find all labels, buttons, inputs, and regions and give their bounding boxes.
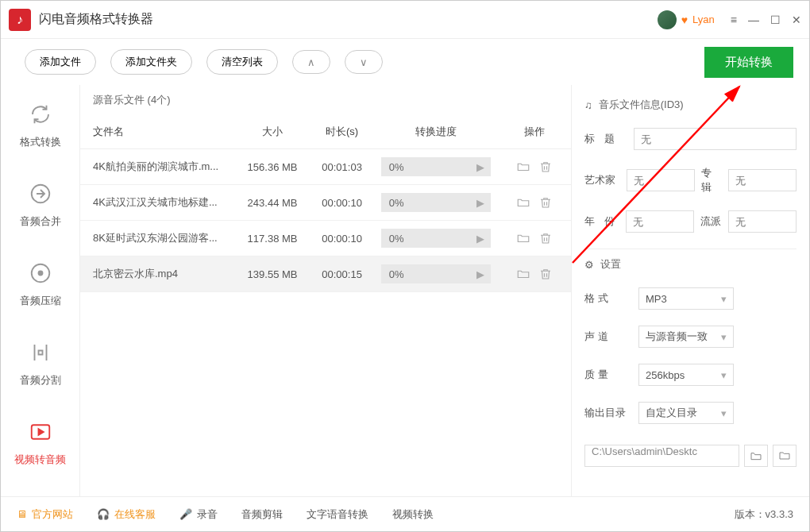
label-title: 标 题 — [584, 132, 627, 146]
cell-duration: 00:00:10 — [309, 221, 374, 256]
label-genre: 流派 — [700, 214, 722, 229]
artist-field[interactable] — [627, 169, 695, 191]
table-row[interactable]: 4K航拍美丽的湖滨城市.m...156.36 MB00:01:030%▶ — [80, 149, 571, 185]
label-artist: 艺术家 — [584, 173, 620, 187]
col-header-name: 文件名 — [80, 115, 236, 149]
app-icon: ♪ — [9, 9, 31, 31]
sidebar-item-label: 格式转换 — [20, 135, 61, 149]
support-icon: 🎧 — [97, 508, 110, 520]
sidebar-item-label: 音频分割 — [20, 373, 61, 387]
list-title: 源音乐文件 (4个) — [80, 85, 571, 115]
open-folder-icon[interactable] — [514, 193, 533, 212]
sidebar-item-label: 视频转音频 — [14, 453, 66, 467]
label-channel: 声 道 — [584, 330, 632, 344]
label-year: 年 份 — [584, 214, 619, 229]
cell-name: 4K武汉江汉关城市地标建... — [80, 185, 236, 221]
footer-official-site[interactable]: 🖥官方网站 — [17, 507, 73, 522]
play-icon[interactable]: ▶ — [476, 161, 484, 173]
gear-icon: ⚙ — [584, 259, 594, 271]
add-file-button[interactable]: 添加文件 — [25, 49, 96, 75]
col-header-progress: 转换进度 — [375, 115, 498, 149]
sidebar-item-label: 音频压缩 — [20, 294, 61, 308]
progress-bar: 0%▶ — [381, 157, 492, 176]
album-field[interactable] — [728, 169, 796, 191]
merge-icon — [26, 179, 55, 208]
table-row[interactable]: 4K武汉江汉关城市地标建...243.44 MB00:00:100%▶ — [80, 185, 571, 221]
split-icon — [26, 338, 55, 367]
cell-size: 117.38 MB — [236, 221, 310, 256]
outdir-select[interactable]: 自定义目录▾ — [638, 402, 734, 424]
col-header-size: 大小 — [236, 115, 310, 149]
sidebar-item-format-convert[interactable]: 格式转换 — [1, 85, 79, 164]
cell-name: 北京密云水库.mp4 — [80, 256, 236, 292]
delete-icon[interactable] — [536, 157, 555, 176]
sidebar-item-audio-split[interactable]: 音频分割 — [1, 323, 79, 403]
sidebar-item-audio-merge[interactable]: 音频合并 — [1, 164, 79, 244]
delete-icon[interactable] — [536, 229, 555, 248]
cell-size: 156.36 MB — [236, 149, 310, 185]
menu-icon[interactable]: ≡ — [731, 13, 737, 26]
avatar[interactable] — [658, 10, 677, 29]
video-icon — [26, 418, 55, 446]
progress-bar: 0%▶ — [381, 193, 492, 212]
footer-audio-edit[interactable]: 音频剪辑 — [241, 507, 283, 522]
maximize-button[interactable]: ☐ — [770, 13, 781, 26]
vip-badge-icon: ♥ — [681, 13, 688, 26]
open-folder-icon[interactable] — [514, 157, 533, 176]
add-folder-button[interactable]: 添加文件夹 — [110, 49, 192, 75]
cell-name: 4K航拍美丽的湖滨城市.m... — [80, 149, 236, 185]
delete-icon[interactable] — [536, 193, 555, 212]
delete-icon[interactable] — [536, 264, 555, 283]
label-album: 专辑 — [701, 166, 722, 195]
footer-support[interactable]: 🎧在线客服 — [97, 507, 156, 522]
cell-duration: 00:00:15 — [309, 256, 374, 292]
play-icon[interactable]: ▶ — [476, 197, 484, 209]
table-row[interactable]: 北京密云水库.mp4139.55 MB00:00:150%▶ — [80, 256, 571, 292]
channel-select[interactable]: 与源音频一致▾ — [638, 326, 734, 348]
svg-point-2 — [38, 271, 42, 275]
start-convert-button[interactable]: 开始转换 — [704, 47, 793, 78]
sidebar-item-video-to-audio[interactable]: 视频转音频 — [1, 403, 79, 482]
format-select[interactable]: MP3▾ — [638, 287, 734, 310]
label-outdir: 输出目录 — [584, 406, 632, 420]
info-section-title: ♫ 音乐文件信息(ID3) — [584, 94, 796, 120]
settings-section-title: ⚙ 设置 — [584, 249, 796, 279]
move-down-button[interactable]: ∨ — [345, 50, 383, 74]
cell-duration: 00:01:03 — [309, 149, 374, 185]
cell-size: 139.55 MB — [236, 256, 310, 292]
play-icon[interactable]: ▶ — [476, 233, 484, 245]
close-button[interactable]: ✕ — [792, 13, 801, 26]
table-row[interactable]: 8K延时武汉东湖公园游客...117.38 MB00:00:100%▶ — [80, 221, 571, 256]
cell-name: 8K延时武汉东湖公园游客... — [80, 221, 236, 256]
minimize-button[interactable]: — — [748, 13, 759, 26]
sidebar-item-label: 音频合并 — [20, 214, 61, 229]
sidebar-item-audio-compress[interactable]: 音频压缩 — [1, 244, 79, 323]
progress-bar: 0%▶ — [381, 229, 492, 248]
label-format: 格 式 — [584, 291, 632, 306]
footer-record[interactable]: 🎤录音 — [179, 507, 218, 522]
browse-folder-button[interactable] — [773, 445, 796, 467]
cell-size: 243.44 MB — [236, 185, 310, 221]
label-quality: 质 量 — [584, 368, 632, 382]
clear-list-button[interactable]: 清空列表 — [206, 49, 278, 75]
headphones-icon: ♫ — [584, 99, 592, 111]
refresh-icon — [26, 100, 55, 129]
progress-bar: 0%▶ — [381, 264, 492, 283]
play-icon[interactable]: ▶ — [476, 268, 484, 280]
footer-video-convert[interactable]: 视频转换 — [392, 507, 434, 522]
app-title: 闪电音频格式转换器 — [39, 11, 658, 28]
mic-icon: 🎤 — [179, 508, 192, 520]
username[interactable]: Lyan — [692, 13, 715, 25]
genre-field[interactable] — [728, 210, 796, 233]
output-path[interactable]: C:\Users\admin\Desktc — [584, 445, 739, 467]
open-folder-icon[interactable] — [514, 264, 533, 283]
open-folder-icon[interactable] — [514, 229, 533, 248]
col-header-duration: 时长(s) — [309, 115, 374, 149]
monitor-icon: 🖥 — [17, 508, 27, 520]
quality-select[interactable]: 256kbps▾ — [638, 364, 734, 386]
footer-tts[interactable]: 文字语音转换 — [307, 507, 368, 522]
move-up-button[interactable]: ∧ — [292, 50, 330, 74]
open-folder-button[interactable] — [744, 445, 768, 467]
year-field[interactable] — [626, 210, 694, 233]
title-field[interactable] — [634, 128, 796, 150]
